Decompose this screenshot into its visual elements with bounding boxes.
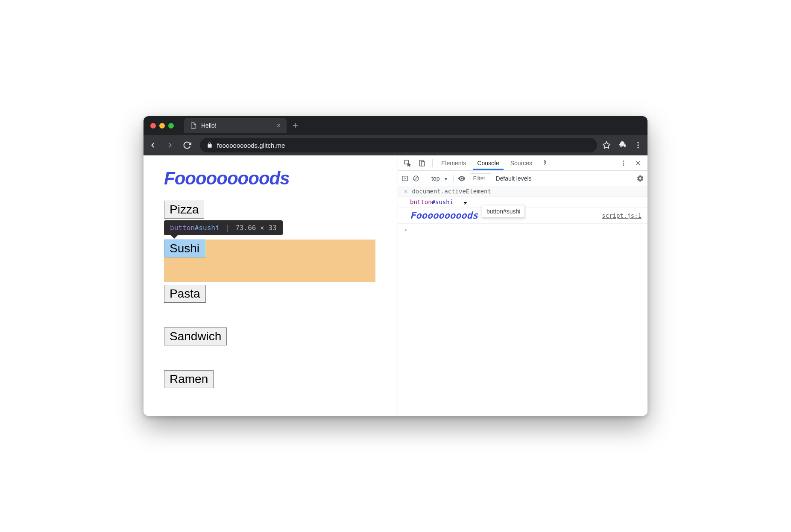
url-text: fooooooooods.glitch.me — [217, 142, 285, 149]
tooltip-id: #sushi — [195, 224, 220, 232]
svg-point-1 — [637, 142, 639, 143]
food-button-pasta[interactable]: Pasta — [164, 285, 206, 303]
new-tab-button[interactable]: + — [293, 120, 298, 131]
hover-tooltip: button#sushi — [482, 205, 525, 218]
svg-point-9 — [623, 164, 624, 166]
tooltip-dimensions: 73.66 × 33 — [235, 224, 276, 232]
food-button-sandwich[interactable]: Sandwich — [164, 327, 227, 345]
console-settings-icon[interactable] — [636, 175, 644, 182]
log-levels-selector[interactable]: Default levels — [495, 175, 531, 182]
remove-expression-icon[interactable]: × — [404, 188, 407, 195]
console-prompt[interactable]: › — [398, 224, 647, 236]
live-expression-icon[interactable] — [458, 175, 466, 182]
browser-tab[interactable]: Hello! × — [184, 118, 287, 133]
tab-sources[interactable]: Sources — [506, 156, 536, 170]
menu-icon[interactable] — [634, 141, 642, 149]
browser-tabs: Hello! × + — [184, 118, 641, 133]
maximize-window-button[interactable] — [168, 123, 174, 129]
food-button-sushi[interactable]: Sushi — [164, 240, 206, 257]
console-output: × document.activeElement button#sushi Fo… — [398, 186, 647, 416]
incognito-icon[interactable] — [618, 140, 627, 150]
back-button[interactable] — [149, 141, 161, 149]
device-toolbar-icon[interactable] — [416, 157, 428, 169]
tooltip-tag: button — [170, 224, 195, 232]
context-value: top — [428, 173, 450, 184]
svg-marker-0 — [603, 142, 610, 149]
file-icon — [190, 122, 197, 129]
clear-console-icon[interactable] — [413, 175, 419, 182]
close-window-button[interactable] — [150, 123, 156, 129]
live-expression-row[interactable]: × document.activeElement — [398, 186, 647, 197]
svg-point-8 — [623, 162, 624, 164]
svg-rect-12 — [402, 176, 407, 181]
window-controls — [150, 123, 174, 129]
browser-window: Hello! × + fooooooooods.glitch.me — [144, 116, 647, 416]
minimize-window-button[interactable] — [159, 123, 165, 129]
more-tabs-icon[interactable] — [539, 157, 551, 169]
close-tab-icon[interactable]: × — [277, 122, 281, 129]
food-button-pizza[interactable]: Pizza — [164, 201, 204, 219]
log-source-link[interactable]: script.js:1 — [602, 212, 642, 219]
toolbar-right — [602, 140, 642, 150]
log-message: Fooooooooods — [410, 210, 478, 221]
tab-title: Hello! — [201, 122, 217, 129]
filter-input[interactable] — [470, 173, 491, 183]
content-area: Fooooooooods Pizza button#sushi | 73.66 … — [144, 155, 647, 416]
food-button-ramen[interactable]: Ramen — [164, 370, 214, 388]
element-highlight-overlay: Sushi — [164, 240, 375, 282]
window-titlebar: Hello! × + — [144, 116, 647, 135]
webpage-viewport: Fooooooooods Pizza button#sushi | 73.66 … — [144, 155, 398, 416]
address-bar[interactable]: fooooooooods.glitch.me — [200, 138, 597, 152]
page-heading: Fooooooooods — [164, 168, 377, 189]
close-devtools-icon[interactable] — [632, 157, 644, 169]
console-toolbar: top Default levels — [398, 171, 647, 186]
element-inspect-tooltip: button#sushi | 73.66 × 33 — [164, 220, 283, 235]
lock-icon — [207, 142, 213, 148]
result-tag: button — [410, 199, 432, 205]
console-sidebar-toggle-icon[interactable] — [401, 175, 408, 182]
svg-point-3 — [637, 147, 639, 148]
svg-line-14 — [414, 177, 418, 180]
reload-button[interactable] — [183, 141, 195, 149]
context-selector[interactable]: top — [428, 175, 454, 182]
devtools-menu-icon[interactable] — [618, 157, 630, 169]
devtools-panel: Elements Console Sources — [398, 155, 647, 416]
bookmark-star-icon[interactable] — [602, 141, 611, 149]
tab-console[interactable]: Console — [473, 156, 503, 170]
svg-point-7 — [623, 161, 624, 162]
forward-button[interactable] — [166, 141, 178, 149]
svg-point-2 — [637, 144, 639, 146]
svg-rect-6 — [422, 161, 425, 166]
browser-toolbar: fooooooooods.glitch.me — [144, 135, 647, 155]
devtools-tabbar: Elements Console Sources — [398, 155, 647, 171]
live-expression-text: document.activeElement — [412, 188, 491, 195]
result-id: #sushi — [432, 199, 454, 205]
tab-elements[interactable]: Elements — [437, 156, 470, 170]
inspect-element-icon[interactable] — [401, 157, 413, 169]
